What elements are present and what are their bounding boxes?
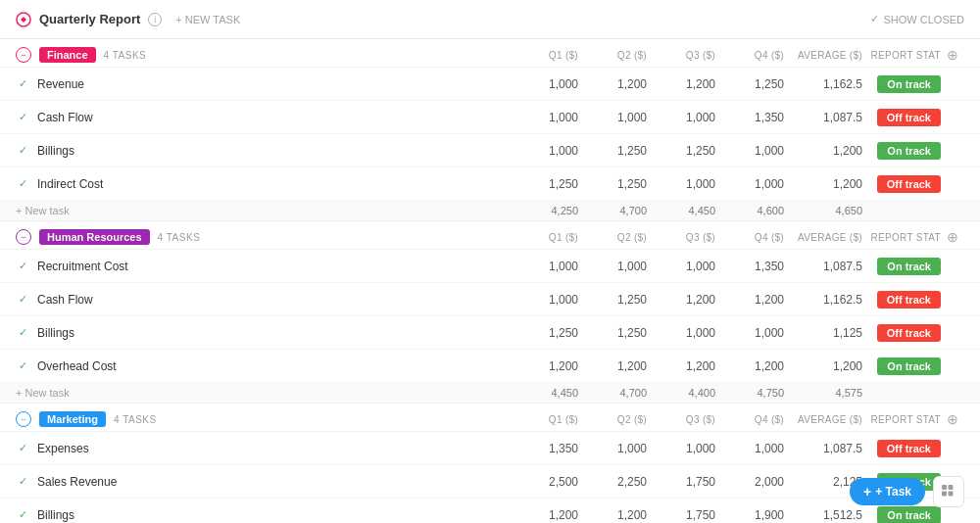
section-tag-marketing: Marketing <box>39 411 106 427</box>
task-q3: 1,200 <box>647 359 715 373</box>
apps-button[interactable] <box>933 476 964 507</box>
task-status[interactable]: On track <box>862 258 941 275</box>
task-row: ✓ Recruitment Cost 1,000 1,000 1,000 1,3… <box>0 250 980 283</box>
task-name: Indirect Cost <box>37 177 510 191</box>
info-button[interactable]: i <box>148 13 162 26</box>
section-tag-human-resources: Human Resources <box>39 229 150 245</box>
status-badge[interactable]: Off track <box>877 324 941 342</box>
status-badge[interactable]: Off track <box>877 109 941 126</box>
task-name: Recruitment Cost <box>37 260 510 273</box>
check-icon: ✓ <box>16 177 29 191</box>
footer-q2: 4,700 <box>578 387 647 399</box>
col-header-avg: AVERAGE ($) <box>784 232 862 243</box>
status-badge[interactable]: Off track <box>877 175 941 193</box>
task-row: ✓ Sales Revenue 2,500 2,250 1,750 2,000 … <box>0 465 980 499</box>
task-status[interactable]: Off track <box>862 324 941 342</box>
footer-q4: 4,600 <box>715 205 784 216</box>
task-q4: 1,900 <box>715 508 784 522</box>
task-q2: 1,000 <box>578 442 647 455</box>
status-badge[interactable]: On track <box>877 258 941 275</box>
section-task-count-finance: 4 TASKS <box>104 50 147 61</box>
apps-icon <box>941 484 956 499</box>
check-icon: ✓ <box>16 77 29 91</box>
col-header-stat: REPORT STAT <box>862 232 941 243</box>
show-closed-button[interactable]: ✓ SHOW CLOSED <box>870 13 964 25</box>
task-q3: 1,250 <box>647 144 715 158</box>
task-avg: 1,200 <box>784 177 862 191</box>
add-task-finance[interactable]: + New task <box>16 205 510 216</box>
task-values: 1,000 1,000 1,000 1,350 1,087.5 Off trac… <box>510 109 964 126</box>
task-q4: 1,000 <box>715 177 784 191</box>
task-q1: 1,000 <box>510 260 578 273</box>
col-header-q1: Q1 ($) <box>510 414 578 425</box>
status-badge[interactable]: On track <box>877 357 941 375</box>
svg-rect-3 <box>942 492 947 497</box>
section-task-count-human-resources: 4 TASKS <box>158 232 201 243</box>
add-task-human-resources[interactable]: + New task <box>16 387 510 399</box>
status-badge[interactable]: On track <box>877 142 941 160</box>
task-row: ✓ Billings 1,250 1,250 1,000 1,000 1,125… <box>0 316 980 350</box>
task-values: 1,350 1,000 1,000 1,000 1,087.5 Off trac… <box>510 440 964 457</box>
task-values: 1,250 1,250 1,000 1,000 1,200 Off track <box>510 175 964 193</box>
task-status[interactable]: Off track <box>862 175 941 193</box>
col-add-icon[interactable]: ⊕ <box>941 47 964 63</box>
task-name: Sales Revenue <box>37 475 510 489</box>
task-name: Billings <box>37 508 510 522</box>
section-toggle-marketing[interactable]: − <box>16 411 31 427</box>
footer-q2: 4,700 <box>578 205 647 216</box>
svg-rect-1 <box>942 485 947 490</box>
task-q3: 1,750 <box>647 475 715 489</box>
task-q2: 1,250 <box>578 177 647 191</box>
task-q1: 1,000 <box>510 144 578 158</box>
status-badge[interactable]: On track <box>877 506 941 524</box>
col-header-q2: Q2 ($) <box>578 232 647 243</box>
app-header: Quarterly Report i + NEW TASK ✓ SHOW CLO… <box>0 0 980 39</box>
task-q4: 1,200 <box>715 293 784 307</box>
task-status[interactable]: On track <box>862 357 941 375</box>
task-row: ✓ Cash Flow 1,000 1,000 1,000 1,350 1,08… <box>0 101 980 134</box>
task-row: ✓ Cash Flow 1,000 1,250 1,200 1,200 1,16… <box>0 283 980 316</box>
col-add-icon[interactable]: ⊕ <box>941 229 964 245</box>
task-q1: 1,200 <box>510 508 578 522</box>
section-toggle-finance[interactable]: − <box>16 47 31 63</box>
col-header-avg: AVERAGE ($) <box>784 50 862 61</box>
status-badge[interactable]: Off track <box>877 440 941 457</box>
task-q4: 1,200 <box>715 359 784 373</box>
status-badge[interactable]: Off track <box>877 291 941 309</box>
task-q4: 2,000 <box>715 475 784 489</box>
section-columns-human-resources: Q1 ($) Q2 ($) Q3 ($) Q4 ($) AVERAGE ($) … <box>510 229 964 245</box>
task-status[interactable]: On track <box>862 506 941 524</box>
task-q1: 1,000 <box>510 77 578 91</box>
task-q2: 1,200 <box>578 508 647 522</box>
task-status[interactable]: Off track <box>862 440 941 457</box>
section-human-resources: − Human Resources 4 TASKS Q1 ($) Q2 ($) … <box>0 221 980 404</box>
task-name: Billings <box>37 144 510 158</box>
task-q4: 1,000 <box>715 326 784 340</box>
task-q3: 1,200 <box>647 293 715 307</box>
add-task-float-button[interactable]: + + Task <box>850 478 925 505</box>
status-badge[interactable]: On track <box>877 75 941 93</box>
task-status[interactable]: On track <box>862 75 941 93</box>
main-content: − Finance 4 TASKS Q1 ($) Q2 ($) Q3 ($) Q… <box>0 39 980 523</box>
check-icon: ✓ <box>16 111 29 124</box>
new-task-button[interactable]: + NEW TASK <box>170 12 246 27</box>
col-header-q3: Q3 ($) <box>647 50 715 61</box>
task-values: 1,000 1,000 1,000 1,350 1,087.5 On track <box>510 258 964 275</box>
footer-q1: 4,450 <box>510 387 578 399</box>
check-icon: ✓ <box>16 293 29 307</box>
task-status[interactable]: On track <box>862 142 941 160</box>
task-status[interactable]: Off track <box>862 291 941 309</box>
task-q3: 1,000 <box>647 177 715 191</box>
check-icon: ✓ <box>16 359 29 373</box>
col-add-icon[interactable]: ⊕ <box>941 411 964 427</box>
check-icon: ✓ <box>16 144 29 158</box>
logo-icon <box>16 12 31 27</box>
task-name: Expenses <box>37 442 510 455</box>
footer-values: 4,450 4,700 4,400 4,750 4,575 <box>510 387 964 399</box>
task-avg: 1,162.5 <box>784 293 862 307</box>
footer-avg: 4,650 <box>784 205 862 216</box>
task-status[interactable]: Off track <box>862 109 941 126</box>
section-toggle-human-resources[interactable]: − <box>16 229 31 245</box>
task-avg: 1,200 <box>784 359 862 373</box>
footer-q4: 4,750 <box>715 387 784 399</box>
